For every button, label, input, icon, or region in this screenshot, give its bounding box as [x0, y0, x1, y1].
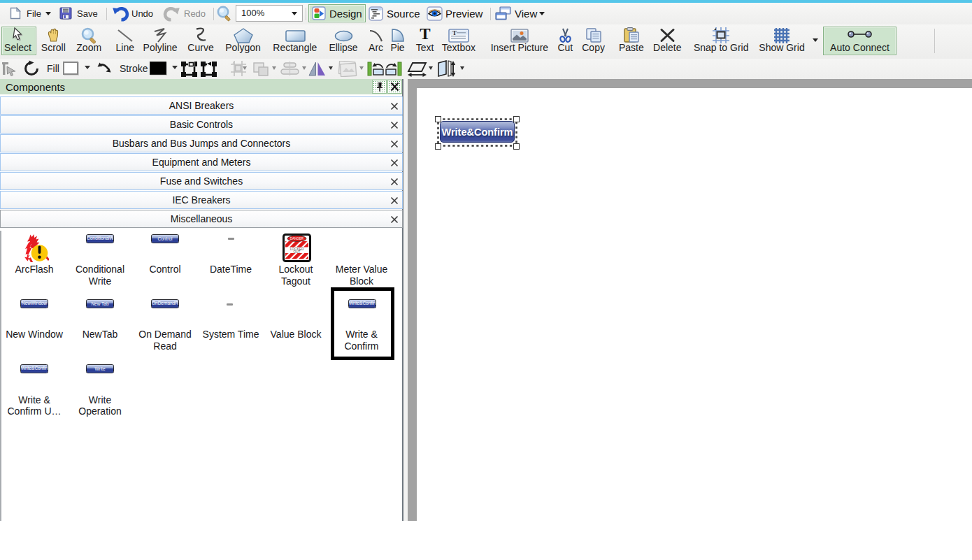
svg-text:T: T — [452, 29, 457, 36]
svg-text:DANGER: DANGER — [290, 237, 304, 240]
svg-text:OUT: OUT — [293, 250, 300, 254]
